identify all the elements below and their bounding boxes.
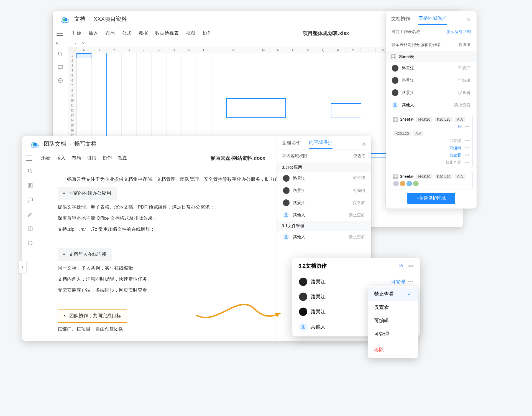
menu-insert[interactable]: 插入 — [89, 30, 98, 36]
menu-layout[interactable]: 布局 — [105, 30, 115, 36]
perm-option[interactable]: 可管理 — [449, 138, 461, 143]
range-card-2[interactable]: Sheet表 H4:K20 K20:L20 A:A — [390, 171, 473, 189]
range-card-1[interactable]: Sheet表 H4:K20 K20:L20 A:A ••• K20:L20 A:… — [390, 114, 473, 168]
perm-label[interactable]: 禁止查看 — [349, 234, 365, 240]
menu-insert[interactable]: 插入 — [56, 155, 65, 161]
range-tag: H4:K20 — [416, 117, 433, 122]
perm-label[interactable]: 禁止查看 — [454, 102, 470, 108]
perm-option[interactable]: 禁止查看 — [446, 160, 461, 165]
close-icon[interactable]: ✕ — [466, 17, 471, 23]
menu-collab[interactable]: 协作 — [203, 30, 212, 36]
range-tag: A:A — [455, 174, 465, 179]
comment-icon[interactable] — [27, 197, 33, 203]
svg-rect-10 — [393, 117, 397, 121]
perm-label[interactable]: 仅查看 — [458, 90, 470, 95]
menu-formula[interactable]: 公式 — [122, 30, 131, 36]
close-icon[interactable]: ✕ — [362, 141, 366, 148]
more-icon[interactable]: ••• — [465, 160, 469, 165]
create-protect-range-button[interactable]: +创建保护区域 — [407, 193, 455, 204]
remaining-perm-label: 剩余表格对部分编辑协作者 — [391, 42, 441, 47]
tab-doc-collab[interactable]: 文档协作 — [391, 16, 410, 25]
sheet-protect-panel: 文档协作 表格区域保护 ✕ 当前工作表名称 显示所有区域 剩余表格对部分编辑协作… — [386, 11, 477, 209]
range-tag: A:A — [455, 117, 465, 122]
range-tag: K20:L20 — [435, 117, 452, 122]
collapse-handle-icon[interactable]: ‹ — [18, 261, 27, 273]
range-tag: A:A — [413, 131, 423, 136]
menu-pivot[interactable]: 数据透视表 — [155, 30, 179, 36]
menu-start[interactable]: 开始 — [40, 155, 50, 161]
user-name: 路景江 — [311, 308, 326, 315]
menu-view[interactable]: 视图 — [186, 30, 195, 36]
menu-ref[interactable]: 引用 — [87, 155, 96, 161]
hamburger-icon[interactable] — [57, 31, 63, 36]
more-icon[interactable]: ••• — [465, 138, 469, 143]
grid-icon — [391, 54, 396, 59]
user-name: 路景江 — [293, 200, 305, 206]
perm-option[interactable]: 可编辑 — [449, 146, 461, 151]
perm-label[interactable]: 可编辑 — [458, 78, 470, 83]
chat-icon[interactable] — [57, 78, 63, 84]
svg-rect-17 — [28, 198, 32, 201]
more-icon[interactable]: ••• — [465, 124, 469, 129]
show-all-ranges-link[interactable]: 显示所有区域 — [446, 29, 471, 34]
search-icon[interactable] — [57, 51, 63, 57]
tab-content-protect[interactable]: 内容域保护 — [309, 139, 332, 149]
edit-icon[interactable] — [27, 211, 33, 217]
add-person-icon[interactable] — [398, 263, 404, 269]
perm-option-edit[interactable]: 可编辑 — [368, 314, 418, 327]
perm-label[interactable]: 可管理 — [353, 176, 365, 181]
breadcrumb-root[interactable]: 团队文档 — [44, 141, 66, 147]
perm-label[interactable]: 仅查看 — [353, 200, 365, 206]
perm-option-manage[interactable]: 可管理 — [368, 327, 418, 341]
menu-view[interactable]: 视图 — [118, 155, 127, 161]
user-name: 路景江 — [402, 78, 414, 83]
tab-range-protect[interactable]: 表格区域保护 — [418, 15, 447, 25]
more-icon[interactable]: ••• — [408, 263, 414, 269]
popup-title: 3.2文档协作 — [298, 262, 327, 270]
search-icon[interactable] — [27, 168, 33, 174]
avatar — [283, 175, 290, 182]
avatar — [392, 65, 398, 72]
menu-layout[interactable]: 布局 — [71, 155, 81, 161]
more-icon[interactable]: ••• — [465, 146, 469, 151]
perm-option-forbid[interactable]: 禁止查看✓ — [368, 287, 418, 301]
more-icon[interactable]: ••• — [408, 279, 413, 285]
book-icon[interactable] — [27, 226, 33, 232]
svg-point-5 — [59, 80, 60, 81]
user-name: 路景江 — [293, 176, 305, 181]
more-icon[interactable]: ••• — [465, 153, 469, 158]
breadcrumb-root[interactable]: 文档 — [74, 16, 85, 22]
perm-label[interactable]: 可编辑 — [353, 188, 365, 193]
svg-point-25 — [400, 264, 402, 266]
breadcrumb-current[interactable]: 畅写文档 — [74, 141, 96, 147]
chat-icon[interactable] — [27, 240, 33, 246]
avatar — [299, 278, 307, 286]
avatar — [392, 89, 398, 96]
hamburger-icon[interactable] — [26, 156, 32, 161]
range-sheet-name: Sheet表 — [400, 117, 414, 122]
perm-label[interactable]: 禁止查看 — [349, 212, 365, 218]
tab-doc-collab[interactable]: 文档协作 — [282, 140, 301, 149]
breadcrumb: 文档 › XXX项目资料 — [74, 15, 127, 23]
menu-data[interactable]: 数据 — [139, 30, 148, 36]
fx-label: fx — [78, 41, 88, 45]
non-content-perm[interactable]: 仅查看 — [353, 153, 366, 159]
menu-collab[interactable]: 协作 — [103, 155, 112, 161]
avatar — [299, 308, 307, 316]
others-icon — [392, 102, 398, 108]
svg-point-11 — [459, 125, 460, 127]
perm-option-remove[interactable]: 移除 — [368, 343, 418, 356]
cell-name-box[interactable]: A1 — [53, 41, 78, 45]
perm-label[interactable]: 可管理 — [458, 66, 470, 71]
svg-rect-14 — [34, 143, 37, 146]
perm-label[interactable]: 可管理 — [391, 279, 405, 285]
menu-start[interactable]: 开始 — [72, 30, 81, 36]
outline-icon[interactable] — [27, 182, 33, 189]
perm-option-view[interactable]: 仅查看 — [368, 301, 418, 314]
add-person-icon[interactable] — [457, 124, 462, 129]
comment-icon[interactable] — [57, 64, 63, 70]
svg-point-7 — [61, 80, 61, 81]
sheet-doc-title: 项目整体规划表.xlsx — [303, 30, 349, 37]
perm-option[interactable]: 仅查看 — [449, 153, 461, 158]
breadcrumb-current[interactable]: XXX项目资料 — [94, 16, 127, 22]
